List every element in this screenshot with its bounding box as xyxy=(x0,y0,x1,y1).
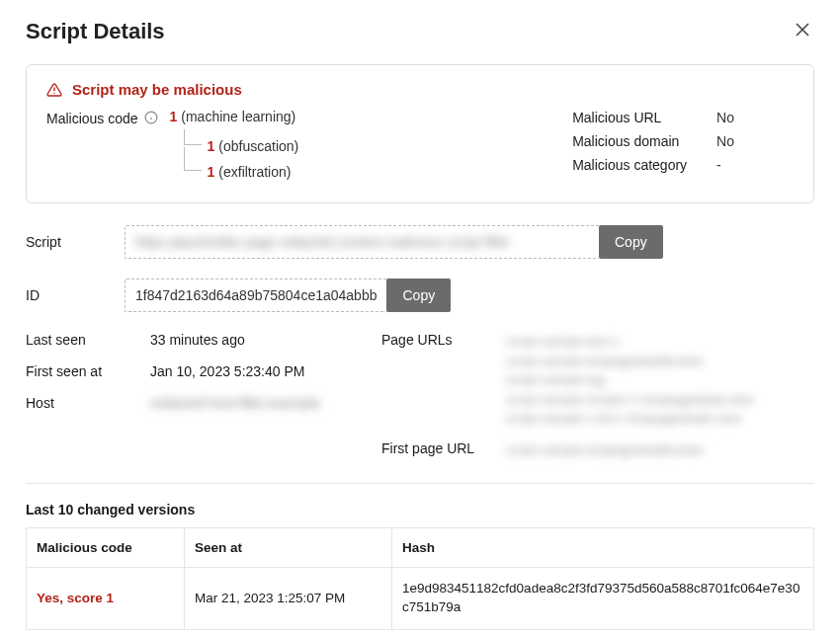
header: Script Details xyxy=(26,18,814,44)
meta-right: Page URLs script-sample-test-1 script-sa… xyxy=(381,332,814,459)
close-icon xyxy=(795,22,810,38)
malicious-code-column: Malicious code 1 (machine learning) 1 (o… xyxy=(46,110,523,183)
col-malicious: Malicious code xyxy=(27,528,185,568)
malicious-domain-label: Malicious domain xyxy=(572,133,687,149)
close-button[interactable] xyxy=(791,18,814,44)
warning-icon xyxy=(46,82,62,98)
info-icon[interactable] xyxy=(144,111,158,124)
page-title: Script Details xyxy=(26,19,165,44)
host-label: Host xyxy=(26,395,134,411)
malicious-category-value: - xyxy=(716,157,734,173)
first-seen-value: Jan 10, 2023 5:23:40 PM xyxy=(150,363,342,379)
malicious-domain-value: No xyxy=(716,133,734,149)
col-hash: Hash xyxy=(392,528,814,568)
versions-table: Malicious code Seen at Hash Yes, score 1… xyxy=(26,527,814,630)
tree-root-count: 1 xyxy=(170,109,178,124)
malicious-url-label: Malicious URL xyxy=(572,110,687,125)
tree-child: 1 (obfuscation) xyxy=(184,131,299,157)
last-seen-label: Last seen xyxy=(26,332,134,348)
malicious-url-value: No xyxy=(716,110,734,125)
versions-title: Last 10 changed versions xyxy=(26,502,814,517)
malicious-code-tree: 1 (machine learning) 1 (obfuscation) 1 (… xyxy=(170,110,299,183)
first-seen-label: First seen at xyxy=(26,363,134,379)
malicious-category-label: Malicious category xyxy=(572,157,687,173)
meta-left: Last seen 33 minutes ago First seen at J… xyxy=(26,332,342,459)
malicious-alert-box: Script may be malicious Malicious code 1… xyxy=(26,64,814,203)
copy-script-button[interactable]: Copy xyxy=(599,225,663,259)
divider xyxy=(26,483,814,484)
tree-child: 1 (exfiltration) xyxy=(184,157,299,183)
row-seen-value: Mar 21, 2023 1:25:07 PM xyxy=(185,568,392,630)
last-seen-value: 33 minutes ago xyxy=(150,332,342,348)
first-page-url-label: First page URL xyxy=(381,440,490,460)
row-malicious-value: Yes, score 1 xyxy=(37,591,114,605)
alert-heading-text: Script may be malicious xyxy=(72,81,242,98)
script-value: https placeholder page redacted content … xyxy=(125,225,599,259)
col-seen: Seen at xyxy=(185,528,392,568)
alert-heading: Script may be malicious xyxy=(46,81,794,98)
script-label: Script xyxy=(26,234,105,250)
tree-root-label: (machine learning) xyxy=(181,109,295,124)
id-value: 1f847d2163d64a89b75804ce1a04abbb xyxy=(125,278,386,312)
page-urls-label: Page URLs xyxy=(381,332,490,429)
malicious-code-label: Malicious code xyxy=(46,110,158,183)
id-field-row: ID 1f847d2163d64a89b75804ce1a04abbb Copy xyxy=(26,278,814,312)
table-header-row: Malicious code Seen at Hash xyxy=(27,528,814,568)
id-label: ID xyxy=(26,287,105,303)
host-value: redacted-host-filler.example xyxy=(150,395,342,411)
script-field-row: Script https placeholder page redacted c… xyxy=(26,225,814,259)
table-row: Yes, score 1 Mar 21, 2023 1:25:07 PM 1e9… xyxy=(27,568,814,630)
page-urls-value: script-sample-test-1 script-sample-testp… xyxy=(506,332,814,429)
first-page-url-value: script-sample-testpagedetailtoview xyxy=(506,440,814,460)
row-hash-value: 1e9d983451182cfd0adea8c2f3fd79375d560a58… xyxy=(392,568,814,630)
malicious-props: Malicious URL No Malicious domain No Mal… xyxy=(572,110,794,183)
copy-id-button[interactable]: Copy xyxy=(386,278,451,312)
